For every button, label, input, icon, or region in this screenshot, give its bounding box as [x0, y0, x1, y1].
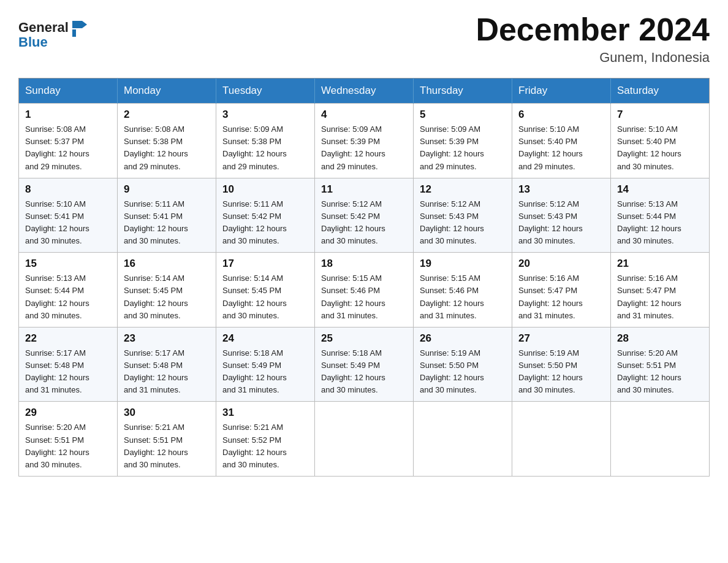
table-row: 15 Sunrise: 5:13 AM Sunset: 5:44 PM Dayl…: [19, 253, 118, 327]
svg-marker-1: [82, 21, 87, 28]
header-row: Sunday Monday Tuesday Wednesday Thursday…: [19, 79, 710, 104]
col-saturday: Saturday: [611, 79, 710, 104]
day-info: Sunrise: 5:20 AM Sunset: 5:51 PM Dayligh…: [25, 421, 111, 471]
day-number: 17: [222, 258, 308, 270]
day-number: 26: [420, 332, 506, 345]
title-area: December 2024 Gunem, Indonesia: [476, 12, 710, 66]
day-info: Sunrise: 5:17 AM Sunset: 5:48 PM Dayligh…: [124, 347, 210, 397]
day-number: 29: [25, 407, 111, 419]
day-info: Sunrise: 5:18 AM Sunset: 5:49 PM Dayligh…: [321, 347, 407, 397]
calendar-week-5: 29 Sunrise: 5:20 AM Sunset: 5:51 PM Dayl…: [19, 402, 710, 477]
day-number: 28: [617, 332, 703, 345]
table-row: [512, 402, 611, 477]
col-thursday: Thursday: [414, 79, 512, 104]
table-row: 21 Sunrise: 5:16 AM Sunset: 5:47 PM Dayl…: [611, 253, 710, 327]
day-info: Sunrise: 5:13 AM Sunset: 5:44 PM Dayligh…: [25, 272, 111, 322]
table-row: 5 Sunrise: 5:09 AM Sunset: 5:39 PM Dayli…: [414, 104, 512, 178]
table-row: 2 Sunrise: 5:08 AM Sunset: 5:38 PM Dayli…: [118, 104, 216, 178]
table-row: 26 Sunrise: 5:19 AM Sunset: 5:50 PM Dayl…: [414, 327, 512, 402]
day-number: 11: [321, 183, 407, 196]
day-number: 31: [222, 407, 308, 419]
table-row: 9 Sunrise: 5:11 AM Sunset: 5:41 PM Dayli…: [118, 178, 216, 253]
calendar-week-3: 15 Sunrise: 5:13 AM Sunset: 5:44 PM Dayl…: [19, 253, 710, 327]
day-info: Sunrise: 5:08 AM Sunset: 5:38 PM Dayligh…: [124, 123, 210, 173]
day-info: Sunrise: 5:09 AM Sunset: 5:39 PM Dayligh…: [321, 123, 407, 173]
day-info: Sunrise: 5:18 AM Sunset: 5:49 PM Dayligh…: [222, 347, 308, 397]
day-info: Sunrise: 5:16 AM Sunset: 5:47 PM Dayligh…: [617, 272, 703, 322]
day-number: 23: [124, 332, 210, 345]
svg-marker-0: [72, 21, 82, 28]
month-title: December 2024: [476, 12, 710, 47]
day-number: 6: [518, 109, 604, 121]
day-info: Sunrise: 5:12 AM Sunset: 5:43 PM Dayligh…: [518, 198, 604, 248]
logo: General Blue: [18, 18, 88, 50]
day-number: 20: [518, 258, 604, 270]
table-row: 17 Sunrise: 5:14 AM Sunset: 5:45 PM Dayl…: [216, 253, 315, 327]
day-number: 9: [124, 183, 210, 196]
table-row: 16 Sunrise: 5:14 AM Sunset: 5:45 PM Dayl…: [118, 253, 216, 327]
day-number: 18: [321, 258, 407, 270]
day-number: 25: [321, 332, 407, 345]
table-row: 30 Sunrise: 5:21 AM Sunset: 5:51 PM Dayl…: [118, 402, 216, 477]
table-row: 4 Sunrise: 5:09 AM Sunset: 5:39 PM Dayli…: [315, 104, 414, 178]
col-tuesday: Tuesday: [216, 79, 315, 104]
col-wednesday: Wednesday: [315, 79, 414, 104]
table-row: 14 Sunrise: 5:13 AM Sunset: 5:44 PM Dayl…: [611, 178, 710, 253]
day-info: Sunrise: 5:11 AM Sunset: 5:42 PM Dayligh…: [222, 198, 308, 248]
day-number: 7: [617, 109, 703, 121]
calendar-week-2: 8 Sunrise: 5:10 AM Sunset: 5:41 PM Dayli…: [19, 178, 710, 253]
day-number: 13: [518, 183, 604, 196]
table-row: 22 Sunrise: 5:17 AM Sunset: 5:48 PM Dayl…: [19, 327, 118, 402]
table-row: 28 Sunrise: 5:20 AM Sunset: 5:51 PM Dayl…: [611, 327, 710, 402]
day-number: 5: [420, 109, 506, 121]
day-number: 24: [222, 332, 308, 345]
day-number: 12: [420, 183, 506, 196]
day-info: Sunrise: 5:09 AM Sunset: 5:39 PM Dayligh…: [420, 123, 506, 173]
table-row: 18 Sunrise: 5:15 AM Sunset: 5:46 PM Dayl…: [315, 253, 414, 327]
day-info: Sunrise: 5:09 AM Sunset: 5:38 PM Dayligh…: [222, 123, 308, 173]
day-info: Sunrise: 5:19 AM Sunset: 5:50 PM Dayligh…: [518, 347, 604, 397]
logo-icon: [70, 18, 88, 37]
day-info: Sunrise: 5:12 AM Sunset: 5:42 PM Dayligh…: [321, 198, 407, 248]
day-info: Sunrise: 5:10 AM Sunset: 5:40 PM Dayligh…: [617, 123, 703, 173]
table-row: 10 Sunrise: 5:11 AM Sunset: 5:42 PM Dayl…: [216, 178, 315, 253]
day-number: 3: [222, 109, 308, 121]
day-number: 14: [617, 183, 703, 196]
day-info: Sunrise: 5:08 AM Sunset: 5:37 PM Dayligh…: [25, 123, 111, 173]
day-info: Sunrise: 5:19 AM Sunset: 5:50 PM Dayligh…: [420, 347, 506, 397]
svg-rect-2: [72, 29, 76, 37]
calendar-week-1: 1 Sunrise: 5:08 AM Sunset: 5:37 PM Dayli…: [19, 104, 710, 178]
day-number: 4: [321, 109, 407, 121]
day-info: Sunrise: 5:15 AM Sunset: 5:46 PM Dayligh…: [321, 272, 407, 322]
day-info: Sunrise: 5:21 AM Sunset: 5:52 PM Dayligh…: [222, 421, 308, 471]
day-number: 15: [25, 258, 111, 270]
day-info: Sunrise: 5:21 AM Sunset: 5:51 PM Dayligh…: [124, 421, 210, 471]
day-info: Sunrise: 5:20 AM Sunset: 5:51 PM Dayligh…: [617, 347, 703, 397]
calendar-table: Sunday Monday Tuesday Wednesday Thursday…: [18, 78, 710, 477]
day-number: 21: [617, 258, 703, 270]
table-row: 20 Sunrise: 5:16 AM Sunset: 5:47 PM Dayl…: [512, 253, 611, 327]
table-row: 12 Sunrise: 5:12 AM Sunset: 5:43 PM Dayl…: [414, 178, 512, 253]
day-info: Sunrise: 5:14 AM Sunset: 5:45 PM Dayligh…: [222, 272, 308, 322]
day-info: Sunrise: 5:15 AM Sunset: 5:46 PM Dayligh…: [420, 272, 506, 322]
table-row: [414, 402, 512, 477]
table-row: [315, 402, 414, 477]
day-info: Sunrise: 5:10 AM Sunset: 5:41 PM Dayligh…: [25, 198, 111, 248]
table-row: 11 Sunrise: 5:12 AM Sunset: 5:42 PM Dayl…: [315, 178, 414, 253]
day-number: 27: [518, 332, 604, 345]
table-row: 13 Sunrise: 5:12 AM Sunset: 5:43 PM Dayl…: [512, 178, 611, 253]
calendar-week-4: 22 Sunrise: 5:17 AM Sunset: 5:48 PM Dayl…: [19, 327, 710, 402]
day-info: Sunrise: 5:14 AM Sunset: 5:45 PM Dayligh…: [124, 272, 210, 322]
table-row: 1 Sunrise: 5:08 AM Sunset: 5:37 PM Dayli…: [19, 104, 118, 178]
day-number: 22: [25, 332, 111, 345]
day-info: Sunrise: 5:13 AM Sunset: 5:44 PM Dayligh…: [617, 198, 703, 248]
day-number: 10: [222, 183, 308, 196]
table-row: 29 Sunrise: 5:20 AM Sunset: 5:51 PM Dayl…: [19, 402, 118, 477]
table-row: 23 Sunrise: 5:17 AM Sunset: 5:48 PM Dayl…: [118, 327, 216, 402]
table-row: 31 Sunrise: 5:21 AM Sunset: 5:52 PM Dayl…: [216, 402, 315, 477]
day-info: Sunrise: 5:16 AM Sunset: 5:47 PM Dayligh…: [518, 272, 604, 322]
table-row: 3 Sunrise: 5:09 AM Sunset: 5:38 PM Dayli…: [216, 104, 315, 178]
day-number: 30: [124, 407, 210, 419]
table-row: 24 Sunrise: 5:18 AM Sunset: 5:49 PM Dayl…: [216, 327, 315, 402]
table-row: 6 Sunrise: 5:10 AM Sunset: 5:40 PM Dayli…: [512, 104, 611, 178]
